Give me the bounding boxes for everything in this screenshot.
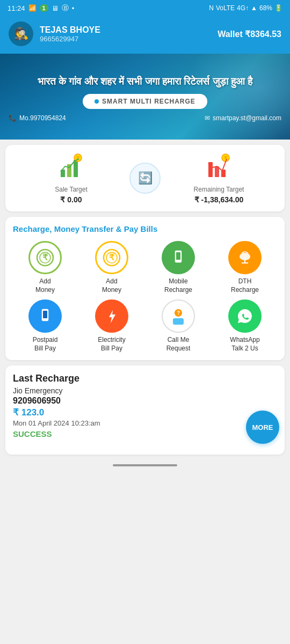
dth-recharge-icon: [228, 241, 262, 274]
user-name: TEJAS BHOYE: [40, 25, 100, 35]
user-info: TEJAS BHOYE 9665629947: [40, 25, 100, 43]
recharge-section-title: Recharge, Money Transfer & Pay Bills: [13, 224, 277, 233]
header-left: 🕵 TEJAS BHOYE 9665629947: [9, 21, 100, 46]
signal-icon: ▲: [251, 4, 257, 12]
sync-button[interactable]: 🔄: [129, 163, 161, 194]
remaining-target-label: Remaining Target: [194, 186, 244, 193]
service-mobile-recharge[interactable]: MobileRecharge: [146, 241, 211, 294]
battery-symbol: 🔋: [274, 4, 282, 12]
last-recharge-amount: ₹ 123.0: [13, 407, 277, 418]
email-icon: ✉: [205, 114, 210, 122]
electricity-label: ElectricityBill Pay: [98, 336, 125, 353]
avatar: 🕵: [9, 21, 33, 46]
dth-recharge-label: DTHRecharge: [231, 277, 259, 294]
svg-point-18: [178, 260, 179, 262]
electricity-icon: [95, 299, 128, 333]
wifi-icon: 📶: [28, 4, 37, 12]
more-button[interactable]: MORE: [246, 411, 279, 444]
button-dot: [95, 99, 99, 104]
mobile-recharge-label: MobileRecharge: [164, 277, 192, 294]
mobile-recharge-icon: [162, 241, 195, 274]
sale-target-value: ₹ 0.00: [60, 195, 82, 204]
sim-icon: 🖥: [52, 4, 59, 12]
user-phone: 9665629947: [40, 35, 100, 43]
network-icon: 4G↑: [237, 4, 249, 12]
svg-text:₹: ₹: [109, 253, 115, 262]
svg-rect-28: [173, 318, 184, 325]
service-whatsapp[interactable]: WhatsAppTalk 2 Us: [213, 299, 277, 353]
b-icon: Ⓑ: [62, 3, 69, 13]
banner-email: ✉ smartpay.st@gmail.com: [205, 114, 281, 122]
target-card-inner: ₹ Sale Target ₹ 0.00 🔄 ₹ Remain: [13, 152, 277, 204]
callme-icon: ?: [162, 299, 195, 333]
banner-phone-text: Mo.9970954824: [19, 114, 66, 122]
banner-footer: 📞 Mo.9970954824 ✉ smartpay.st@gmail.com: [9, 114, 281, 122]
wallet-label: Wallet ₹: [218, 30, 250, 39]
service-postpaid[interactable]: PostpaidBill Pay: [13, 299, 77, 353]
services-grid: ₹ AddMoney ₹ AddMoney: [13, 241, 277, 353]
service-add-money-1[interactable]: ₹ AddMoney: [13, 241, 77, 294]
status-bar: 11:24 📶 1 🖥 Ⓑ • N VoLTE 4G↑ ▲ 68% 🔋: [0, 0, 290, 16]
last-recharge-wrapper: Last Recharge Jio Emergency 9209606950 ₹…: [0, 365, 290, 455]
remaining-target-item: ₹ Remaining Target ₹ -1,38,634.00: [161, 152, 277, 204]
status-left: 11:24 📶 1 🖥 Ⓑ •: [8, 3, 74, 13]
recharge-card: Recharge, Money Transfer & Pay Bills ₹ A…: [5, 217, 285, 360]
sync-icon: 🔄: [138, 171, 153, 185]
svg-point-24: [45, 319, 46, 320]
dot-icon: •: [72, 4, 75, 12]
service-add-money-2[interactable]: ₹ AddMoney: [79, 241, 144, 294]
smart-recharge-button[interactable]: SMART MULTI RECHARGE: [83, 94, 207, 109]
status-time: 11:24: [8, 4, 25, 12]
sale-target-label: Sale Target: [55, 186, 88, 193]
banner-text: भारत के गांव और शहर में सभी जगा हमारा रि…: [38, 75, 252, 89]
whatsapp-icon: [228, 299, 262, 333]
service-electricity[interactable]: ElectricityBill Pay: [79, 299, 144, 353]
volte-icon: VoLTE: [216, 4, 235, 12]
add-money-2-label: AddMoney: [102, 277, 121, 294]
add-money-2-icon: ₹: [95, 241, 128, 274]
svg-text:?: ?: [177, 310, 180, 316]
last-recharge-date: Mon 01 April 2024 10:23:am: [13, 419, 277, 427]
banner-email-text: smartpay.st@gmail.com: [213, 114, 281, 122]
promo-banner: भारत के गांव और शहर में सभी जगा हमारा रि…: [0, 54, 290, 140]
svg-text:₹: ₹: [42, 253, 48, 262]
remaining-target-value: ₹ -1,38,634.00: [194, 195, 244, 204]
add-money-1-icon: ₹: [28, 241, 62, 274]
last-recharge-status: SUCCESS: [13, 429, 277, 438]
battery-icon: 68%: [259, 4, 272, 12]
wallet-balance: Wallet ₹8364.53: [218, 29, 281, 39]
sale-target-item: ₹ Sale Target ₹ 0.00: [13, 152, 129, 204]
last-recharge-number: 9209606950: [13, 396, 277, 406]
banner-button-label: SMART MULTI RECHARGE: [102, 98, 195, 105]
last-recharge-title: Last Recharge: [13, 373, 277, 384]
whatsapp-label: WhatsAppTalk 2 Us: [230, 336, 259, 353]
svg-rect-2: [74, 160, 78, 177]
remaining-target-icon: ₹: [205, 152, 233, 184]
postpaid-icon: [28, 299, 62, 333]
last-recharge-card: Last Recharge Jio Emergency 9209606950 ₹…: [5, 365, 285, 455]
sale-target-icon: ₹: [57, 152, 85, 184]
app-header: 🕵 TEJAS BHOYE 9665629947 Wallet ₹8364.53: [0, 16, 290, 54]
bottom-line: [113, 464, 177, 466]
last-recharge-name: Jio Emergency: [13, 386, 277, 395]
service-dth-recharge[interactable]: DTHRecharge: [213, 241, 277, 294]
sim-badge: 1: [40, 4, 48, 12]
wallet-amount: 8364.53: [250, 30, 281, 39]
banner-phone: 📞 Mo.9970954824: [9, 114, 66, 122]
svg-rect-23: [43, 311, 47, 318]
nfc-icon: N: [209, 4, 214, 12]
target-card: ₹ Sale Target ₹ 0.00 🔄 ₹ Remain: [5, 145, 285, 211]
svg-rect-17: [176, 252, 180, 260]
service-callme[interactable]: ? Call MeRequest: [146, 299, 211, 353]
add-money-1-label: AddMoney: [35, 277, 55, 294]
postpaid-label: PostpaidBill Pay: [33, 336, 58, 353]
callme-label: Call MeRequest: [166, 336, 191, 353]
status-right: N VoLTE 4G↑ ▲ 68% 🔋: [209, 4, 282, 12]
avatar-icon: 🕵: [14, 27, 28, 41]
phone-icon: 📞: [9, 114, 17, 122]
bottom-bar: [0, 460, 290, 471]
